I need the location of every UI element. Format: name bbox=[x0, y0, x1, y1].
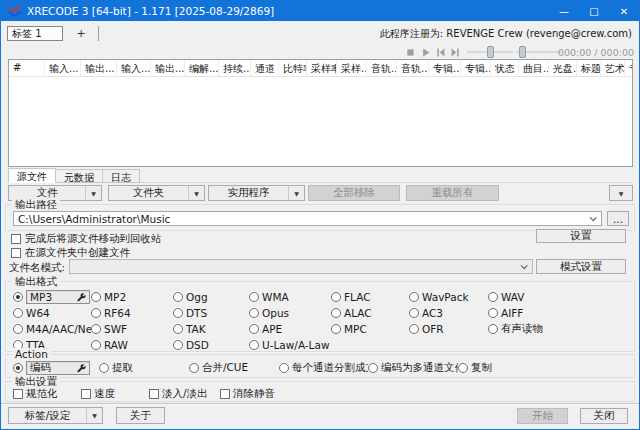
view-tab-2[interactable]: 元数据 bbox=[56, 169, 103, 183]
format-option-MP3[interactable]: MP3 bbox=[13, 290, 91, 304]
chevron-down-icon[interactable] bbox=[590, 214, 597, 221]
browse-button[interactable]: ... bbox=[607, 211, 629, 226]
format-option-DTS[interactable]: DTS bbox=[173, 307, 249, 319]
column-header-14[interactable]: 专辑... bbox=[429, 60, 461, 76]
play-icon[interactable] bbox=[420, 47, 431, 58]
column-header-12[interactable]: 音轨... bbox=[367, 60, 397, 76]
format-option-AIFF[interactable]: AIFF bbox=[488, 307, 632, 319]
utilities-menu-button[interactable]: 实用程序 ▼ bbox=[208, 185, 305, 201]
previous-track-icon[interactable] bbox=[435, 47, 446, 58]
next-track-icon[interactable] bbox=[450, 47, 461, 58]
folder-menu-button[interactable]: 文件夹 ▼ bbox=[108, 185, 205, 201]
column-header-5[interactable]: 输出... bbox=[151, 60, 185, 76]
column-header-13[interactable]: 音轨... bbox=[397, 60, 429, 76]
view-tab-1[interactable]: 源文件 bbox=[8, 168, 56, 183]
column-header-1[interactable]: # bbox=[9, 60, 45, 76]
column-header-2[interactable]: 输入... bbox=[45, 60, 81, 76]
setting-option-规范化[interactable]: 规范化 bbox=[13, 387, 81, 401]
column-header-20[interactable]: 艺术家 bbox=[601, 60, 625, 76]
stop-icon[interactable] bbox=[405, 47, 416, 58]
column-header-11[interactable]: 采样... bbox=[337, 60, 367, 76]
seek-slider[interactable] bbox=[467, 45, 513, 59]
column-header-6[interactable]: 编解... bbox=[185, 60, 219, 76]
minimize-button[interactable]: — bbox=[549, 1, 579, 21]
option-label: DSD bbox=[186, 339, 209, 351]
setting-option-速度[interactable]: 速度 bbox=[81, 387, 149, 401]
format-option-Opus[interactable]: Opus bbox=[249, 307, 331, 319]
column-header-9[interactable]: 比特率 bbox=[279, 60, 307, 76]
selected-option-box[interactable]: 编码 bbox=[26, 361, 90, 375]
format-option-SWF[interactable]: SWF bbox=[91, 323, 173, 335]
chevron-down-icon[interactable]: ▼ bbox=[85, 186, 101, 200]
format-option-M4A/AAC/Nero[interactable]: M4A/AAC/Nero bbox=[13, 323, 91, 335]
column-header-18[interactable]: 光盘... bbox=[549, 60, 577, 76]
output-path-combobox[interactable]: C:\Users\Administrator\Music bbox=[13, 211, 602, 226]
tags-presets-button[interactable]: 标签/设定 ▼ bbox=[8, 407, 103, 424]
chevron-down-icon[interactable]: ▼ bbox=[86, 408, 102, 423]
column-header-7[interactable]: 持续... bbox=[219, 60, 251, 76]
format-option-MPC[interactable]: MPC bbox=[331, 323, 409, 335]
format-option-U-Law/A-Law[interactable]: U-Law/A-Law bbox=[249, 339, 331, 351]
setting-option-淡入/淡出[interactable]: 淡入/淡出 bbox=[149, 387, 220, 401]
start-button[interactable]: 开始 bbox=[517, 408, 568, 424]
setting-option-消除静音[interactable]: 消除静音 bbox=[220, 387, 275, 401]
column-header-15[interactable]: 专辑... bbox=[461, 60, 491, 76]
format-option-Ogg[interactable]: Ogg bbox=[173, 291, 249, 303]
action-option-每个通道分割成文件[interactable]: 每个通道分割成文件 bbox=[279, 361, 368, 375]
format-option-TAK[interactable]: TAK bbox=[173, 323, 249, 335]
format-option-WMA[interactable]: WMA bbox=[249, 291, 331, 303]
reload-all-button[interactable]: 重载所有 bbox=[406, 185, 499, 201]
add-tab-button[interactable]: + bbox=[71, 26, 91, 41]
volume-thumb[interactable] bbox=[519, 46, 526, 58]
format-option-有声读物[interactable]: 有声读物 bbox=[488, 322, 632, 336]
view-tab-3[interactable]: 日志 bbox=[103, 169, 140, 183]
format-option-RAW[interactable]: RAW bbox=[91, 339, 173, 351]
document-tab[interactable]: 标签 1 bbox=[7, 26, 63, 41]
action-option-合并/CUE[interactable]: 合并/CUE bbox=[189, 361, 279, 375]
close-dialog-button[interactable]: 关闭 bbox=[580, 408, 628, 424]
action-option-复制[interactable]: 复制 bbox=[458, 361, 492, 375]
filename-pattern-combobox[interactable] bbox=[69, 259, 533, 274]
format-option-WAV[interactable]: WAV bbox=[488, 291, 632, 303]
format-option-RF64[interactable]: RF64 bbox=[91, 307, 173, 319]
format-option-FLAC[interactable]: FLAC bbox=[331, 291, 409, 303]
format-option-WavPack[interactable]: WavPack bbox=[409, 291, 488, 303]
column-header-19[interactable]: 标题 bbox=[577, 60, 601, 76]
format-option-APE[interactable]: APE bbox=[249, 323, 331, 335]
chevron-down-icon[interactable] bbox=[521, 262, 528, 269]
chevron-down-icon[interactable]: ▼ bbox=[288, 186, 304, 200]
selected-option-box[interactable]: MP3 bbox=[26, 290, 90, 304]
chevron-down-icon[interactable]: ▼ bbox=[188, 186, 204, 200]
create-in-source-checkbox[interactable]: 在源文件夹中创建文件 bbox=[11, 246, 130, 260]
seek-thumb[interactable] bbox=[487, 46, 494, 58]
maximize-button[interactable]: □ bbox=[579, 1, 609, 21]
column-header-8[interactable]: 通道 bbox=[251, 60, 279, 76]
action-option-提取[interactable]: 提取 bbox=[99, 361, 189, 375]
column-header-4[interactable]: 输入... bbox=[117, 60, 151, 76]
format-option-MP2[interactable]: MP2 bbox=[91, 291, 173, 303]
format-option-OFR[interactable]: OFR bbox=[409, 323, 488, 335]
column-header-17[interactable]: 曲目... bbox=[519, 60, 549, 76]
close-button[interactable]: ✕ bbox=[609, 1, 639, 21]
output-settings-button[interactable]: 设置 bbox=[536, 229, 626, 243]
format-option-AC3[interactable]: AC3 bbox=[409, 307, 488, 319]
column-header-16[interactable]: 状态 bbox=[491, 60, 519, 76]
recycle-checkbox[interactable]: 完成后将源文件移动到回收站 bbox=[11, 232, 162, 246]
format-option-DSD[interactable]: DSD bbox=[173, 339, 249, 351]
pattern-settings-button[interactable]: 模式设置 bbox=[536, 259, 626, 274]
format-option-ALAC[interactable]: ALAC bbox=[331, 307, 409, 319]
option-label: 编码为多通道文件 bbox=[381, 361, 458, 375]
column-header-3[interactable]: 输出... bbox=[81, 60, 117, 76]
format-option-W64[interactable]: W64 bbox=[13, 307, 91, 319]
more-options-button[interactable]: ▼ bbox=[609, 185, 633, 201]
column-header-10[interactable]: 采样率 bbox=[307, 60, 337, 76]
action-option-编码[interactable]: 编码 bbox=[13, 361, 99, 375]
volume-slider[interactable] bbox=[516, 45, 561, 59]
output-path-value: C:\Users\Administrator\Music bbox=[18, 213, 170, 225]
file-list[interactable]: #输入...输出...输入...输出...编解...持续...通道比特率采样率采… bbox=[8, 59, 633, 167]
column-header-21[interactable]: 专辑 bbox=[625, 60, 632, 76]
remove-all-button[interactable]: 全部移除 bbox=[308, 185, 400, 201]
about-button[interactable]: 关于 bbox=[116, 407, 165, 424]
option-label: 每个通道分割成文件 bbox=[292, 361, 368, 375]
action-option-编码为多通道文件[interactable]: 编码为多通道文件 bbox=[368, 361, 458, 375]
